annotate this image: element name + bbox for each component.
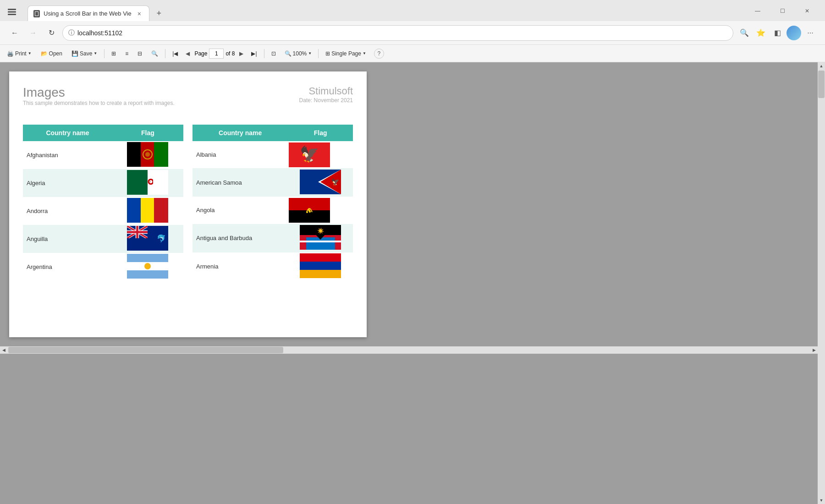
table-row: Algeria bbox=[23, 169, 183, 197]
table-row: Armenia bbox=[192, 252, 353, 281]
flag-cell: 🐬 bbox=[112, 225, 183, 253]
country-name: American Samoa bbox=[192, 168, 288, 197]
flag-cell: ☀️ bbox=[288, 224, 353, 252]
flag-am bbox=[300, 253, 341, 278]
flag-cell bbox=[112, 197, 183, 225]
search-report-icon: 🔍 bbox=[151, 50, 158, 57]
table-row: Andorra bbox=[23, 197, 183, 225]
flag-cell bbox=[288, 252, 353, 281]
page-nav: Page of 8 bbox=[194, 49, 235, 59]
flag-dz bbox=[127, 170, 168, 195]
left-col2-header: Flag bbox=[112, 125, 183, 141]
hscroll-right-btn[interactable]: ▶ bbox=[810, 346, 818, 354]
table-row: Angola bbox=[192, 197, 353, 224]
svg-rect-2 bbox=[8, 14, 16, 15]
print-btn[interactable]: 🖨️ Print ▼ bbox=[4, 49, 35, 59]
address-text: localhost:51102 bbox=[77, 29, 727, 37]
tab-title: Using a Scroll Bar in the Web Vie bbox=[44, 10, 132, 17]
maximize-btn[interactable]: ☐ bbox=[772, 4, 793, 18]
collections-icon[interactable]: ◧ bbox=[770, 26, 785, 40]
save-btn[interactable]: 💾 Save ▼ bbox=[68, 49, 100, 59]
svg-point-6 bbox=[306, 211, 308, 213]
vscrollbar[interactable]: ▲ ▼ bbox=[818, 62, 825, 504]
back-btn[interactable]: ← bbox=[7, 26, 22, 40]
new-tab-btn[interactable]: + bbox=[151, 5, 167, 21]
save-label: Save bbox=[80, 50, 92, 57]
view-mode-icon: ⊞ bbox=[325, 50, 330, 57]
flag-ai: 🐬 bbox=[127, 226, 168, 251]
page-input[interactable] bbox=[209, 49, 224, 59]
address-bar[interactable]: ⓘ localhost:51102 bbox=[62, 25, 733, 41]
sidebar-icon[interactable] bbox=[5, 5, 19, 19]
address-bar-row: ← → ↻ ⓘ localhost:51102 🔍 ⭐ ◧ ··· bbox=[0, 21, 825, 45]
country-name: Albania bbox=[192, 141, 288, 168]
close-btn[interactable]: ✕ bbox=[797, 4, 818, 18]
favorites-icon[interactable]: ⭐ bbox=[754, 26, 768, 40]
last-icon: ▶| bbox=[251, 50, 257, 57]
table-row: Afghanistan bbox=[23, 141, 183, 169]
prev-page-btn[interactable]: ◀ bbox=[184, 49, 192, 58]
view-grid-btn[interactable]: ⊞ bbox=[108, 49, 119, 59]
flag-cell: 🦅 bbox=[288, 141, 353, 168]
profile-icon[interactable] bbox=[786, 26, 801, 40]
flag-as: 🦅 bbox=[300, 170, 341, 194]
help-btn[interactable]: ? bbox=[374, 49, 384, 59]
hscrollbar[interactable]: ◀ ▶ bbox=[0, 346, 818, 354]
save-dropdown-icon: ▼ bbox=[94, 51, 97, 55]
hscroll-track bbox=[7, 346, 810, 354]
last-page-btn[interactable]: ▶| bbox=[248, 49, 260, 59]
page-total: of 8 bbox=[226, 50, 235, 57]
refresh-btn[interactable]: ↻ bbox=[44, 26, 59, 40]
print-icon: 🖨️ bbox=[7, 50, 14, 57]
page-label: Page bbox=[194, 50, 207, 57]
view-list-btn[interactable]: ≡ bbox=[122, 49, 132, 59]
scroll-area[interactable]: Images This sample demonstrates how to c… bbox=[0, 62, 818, 504]
info-icon: ⓘ bbox=[68, 29, 75, 37]
right-col1-header: Country name bbox=[192, 125, 288, 141]
report-header: Images This sample demonstrates how to c… bbox=[23, 85, 353, 115]
search-report-btn[interactable]: 🔍 bbox=[148, 49, 161, 59]
vscroll-track bbox=[818, 70, 825, 497]
toolbar-icons: 🔍 ⭐ ◧ ··· bbox=[737, 26, 818, 40]
report-subtitle: This sample demonstrates how to create a… bbox=[23, 100, 175, 106]
vscroll-thumb[interactable] bbox=[818, 71, 825, 98]
flag-cell bbox=[112, 141, 183, 169]
vscroll-up-btn[interactable]: ▲ bbox=[818, 62, 825, 70]
vscroll-down-btn[interactable]: ▼ bbox=[818, 497, 825, 504]
next-page-btn[interactable]: ▶ bbox=[237, 49, 245, 58]
first-icon: |◀ bbox=[172, 50, 178, 57]
view-mode-btn[interactable]: ⊞ Single Page ▼ bbox=[322, 49, 369, 59]
table-row: Albania 🦅 bbox=[192, 141, 353, 168]
flag-cell bbox=[112, 253, 183, 281]
country-name: Afghanistan bbox=[23, 141, 112, 169]
report-title: Images bbox=[23, 85, 175, 100]
search-icon[interactable]: 🔍 bbox=[737, 26, 752, 40]
right-col2-header: Flag bbox=[288, 125, 353, 141]
country-name: Angola bbox=[192, 197, 288, 224]
minimize-btn[interactable]: — bbox=[747, 4, 768, 18]
active-tab[interactable]: Using a Scroll Bar in the Web Vie × bbox=[28, 5, 149, 21]
zoom-btn[interactable]: 🔍 100% ▼ bbox=[282, 49, 315, 58]
view-mode-label: Single Page bbox=[331, 50, 361, 57]
report-page: Images This sample demonstrates how to c… bbox=[9, 71, 367, 337]
browser-window: Using a Scroll Bar in the Web Vie × + — … bbox=[0, 0, 825, 504]
tab-close-btn[interactable]: × bbox=[135, 10, 143, 18]
svg-rect-1 bbox=[8, 11, 16, 13]
fit-icon: ⊡ bbox=[271, 50, 276, 57]
settings-icon[interactable]: ··· bbox=[803, 26, 818, 40]
viewer-container: Images This sample demonstrates how to c… bbox=[0, 62, 825, 504]
hscroll-left-btn[interactable]: ◀ bbox=[0, 346, 7, 354]
open-btn[interactable]: 📂 Open bbox=[38, 49, 66, 59]
print-dropdown-icon: ▼ bbox=[28, 51, 32, 55]
table-row: Argentina bbox=[23, 253, 183, 281]
forward-btn[interactable]: → bbox=[26, 26, 40, 40]
zoom-icon: 🔍 bbox=[285, 50, 292, 57]
first-page-btn[interactable]: |◀ bbox=[169, 49, 181, 59]
country-name: Algeria bbox=[23, 169, 112, 197]
view-thumb-btn[interactable]: ⊟ bbox=[134, 49, 145, 59]
open-label: Open bbox=[49, 50, 62, 57]
save-icon: 💾 bbox=[72, 50, 78, 57]
country-name: Argentina bbox=[23, 253, 112, 281]
fit-page-btn[interactable]: ⊡ bbox=[268, 49, 279, 59]
hscroll-thumb[interactable] bbox=[8, 347, 283, 353]
